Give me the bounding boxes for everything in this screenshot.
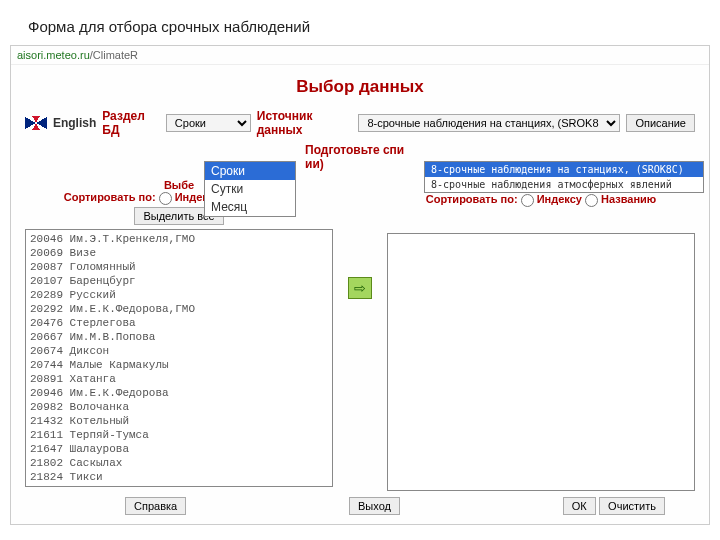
- browser-frame: aisori.meteo.ru/ClimateR Выбор данных En…: [10, 45, 710, 525]
- section-option-sutki[interactable]: Сутки: [205, 180, 295, 198]
- section-select[interactable]: Сроки: [166, 114, 251, 132]
- list-item[interactable]: 20946 Им.Е.К.Федорова: [30, 386, 328, 400]
- exit-button[interactable]: [349, 497, 400, 515]
- source-dropdown-open[interactable]: 8-срочные наблюдения на станциях, (SROK8…: [424, 161, 704, 193]
- content-area: Выбор данных English Раздел БД Сроки Ист…: [11, 65, 709, 523]
- describe-button[interactable]: [626, 114, 695, 132]
- list-item[interactable]: 20107 Баренцбург: [30, 274, 328, 288]
- move-right-button[interactable]: ⇨: [348, 277, 372, 299]
- list-item[interactable]: 20674 Диксон: [30, 344, 328, 358]
- source-label: Источник данных: [257, 109, 353, 137]
- list-item[interactable]: 21824 Тикси: [30, 470, 328, 484]
- bottom-buttons: [25, 497, 695, 515]
- language-link[interactable]: English: [53, 116, 96, 130]
- left-header-partial: Выбе: [164, 179, 194, 191]
- list-item[interactable]: 20289 Русский: [30, 288, 328, 302]
- source-select[interactable]: 8-срочные наблюдения на станциях, (SROK8…: [358, 114, 620, 132]
- section-dropdown-open[interactable]: Сроки Сутки Месяц: [204, 161, 296, 217]
- right-sort-name-radio[interactable]: [585, 194, 598, 207]
- section-label: Раздел БД: [102, 109, 160, 137]
- list-item[interactable]: 20982 Волочанка: [30, 400, 328, 414]
- transfer-column: ⇨: [345, 177, 375, 299]
- right-sort-index-radio[interactable]: [521, 194, 534, 207]
- page-caption: Форма для отбора срочных наблюдений: [0, 0, 720, 45]
- top-filter-row: English Раздел БД Сроки Источник данных …: [25, 109, 695, 137]
- list-item[interactable]: 20292 Им.Е.К.Федорова,ГМО: [30, 302, 328, 316]
- list-item[interactable]: 21908 Джалинда: [30, 484, 328, 487]
- source-option-1[interactable]: 8-срочные наблюдения атмосферных явлений: [425, 177, 703, 192]
- selected-stations-list[interactable]: [387, 233, 695, 491]
- url-path: /ClimateR: [90, 49, 138, 61]
- list-item[interactable]: 21611 Терпяй-Тумса: [30, 428, 328, 442]
- list-item[interactable]: 20476 Стерлегова: [30, 316, 328, 330]
- prepare-label-rest: ии): [305, 157, 324, 171]
- help-button[interactable]: [125, 497, 186, 515]
- available-stations-list[interactable]: 20046 Им.Э.Т.Кренкеля,ГМО20069 Визе20087…: [25, 229, 333, 487]
- left-sort-index-radio[interactable]: [159, 192, 172, 205]
- list-item[interactable]: 21802 Саскылах: [30, 456, 328, 470]
- section-option-sroki[interactable]: Сроки: [205, 162, 295, 180]
- arrow-right-icon: ⇨: [354, 280, 366, 296]
- list-item[interactable]: 20667 Им.М.В.Попова: [30, 330, 328, 344]
- list-item[interactable]: 20744 Малые Кармакулы: [30, 358, 328, 372]
- url-host: aisori.meteo.ru: [17, 49, 90, 61]
- ok-button[interactable]: [563, 497, 596, 515]
- list-item[interactable]: 21432 Котельный: [30, 414, 328, 428]
- list-item[interactable]: 20087 Голомянный: [30, 260, 328, 274]
- available-column: Выбе Сортировать по: Индексу Названию 20…: [25, 177, 333, 487]
- list-item[interactable]: 20069 Визе: [30, 246, 328, 260]
- selected-column: Выбранные станции (0/518) Сортировать по…: [387, 177, 695, 491]
- list-item[interactable]: 20891 Хатанга: [30, 372, 328, 386]
- source-option-0[interactable]: 8-срочные наблюдения на станциях, (SROK8…: [425, 162, 703, 177]
- list-item[interactable]: 21647 Шалаурова: [30, 442, 328, 456]
- url-bar: aisori.meteo.ru/ClimateR: [11, 46, 709, 65]
- list-item[interactable]: 20046 Им.Э.Т.Кренкеля,ГМО: [30, 232, 328, 246]
- section-option-mesyac[interactable]: Месяц: [205, 198, 295, 216]
- clear-button[interactable]: [599, 497, 665, 515]
- prepare-label: Подготовьте спи: [305, 143, 404, 157]
- right-sort-line: Сортировать по: Индексу Названию: [387, 193, 695, 207]
- station-columns: Выбе Сортировать по: Индексу Названию 20…: [25, 177, 695, 491]
- uk-flag-icon: [25, 116, 47, 130]
- page-title: Выбор данных: [25, 77, 695, 97]
